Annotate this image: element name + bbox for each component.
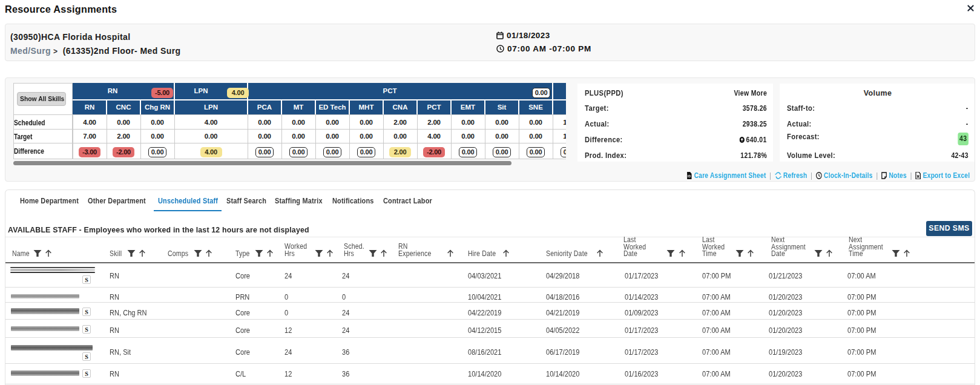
svg-text:ID: ID <box>688 174 691 179</box>
